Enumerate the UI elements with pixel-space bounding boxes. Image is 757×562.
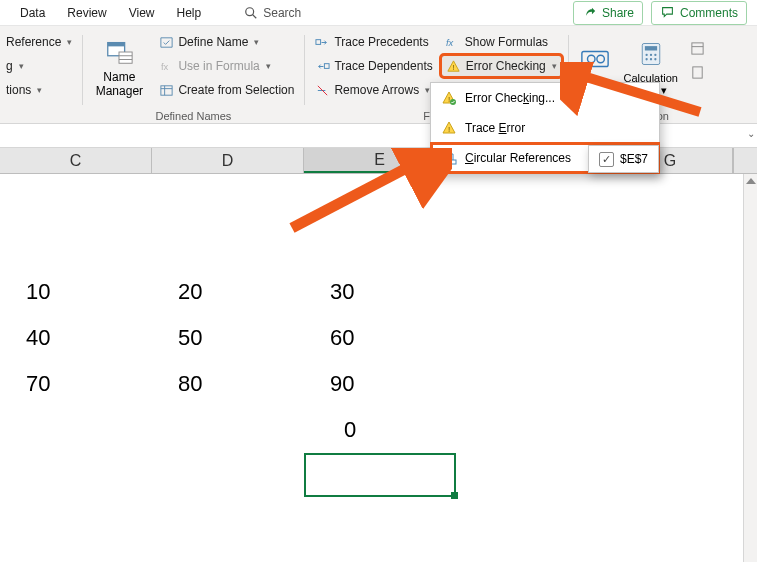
define-name-icon <box>158 34 174 50</box>
use-in-formula-icon: fx <box>158 58 174 74</box>
table-row: 10 20 30 <box>0 269 757 315</box>
svg-rect-28 <box>693 66 702 77</box>
trace-dependents-label: Trace Dependents <box>334 59 432 73</box>
tab-view[interactable]: View <box>119 2 165 24</box>
svg-point-22 <box>654 54 656 56</box>
tab-review[interactable]: Review <box>57 2 116 24</box>
svg-rect-8 <box>161 85 172 94</box>
cell[interactable]: 70 <box>0 361 152 407</box>
lookup-reference-label: Reference <box>6 35 61 49</box>
name-manager-button[interactable]: Name Manager <box>88 31 150 103</box>
svg-rect-4 <box>119 52 132 63</box>
cell[interactable]: 40 <box>0 315 152 361</box>
more-functions-button[interactable]: tions▾ <box>2 79 76 101</box>
comments-icon <box>660 5 676 21</box>
calc-now-icon <box>690 40 706 56</box>
error-checking-button[interactable]: ! Error Checking▾ <box>441 55 562 77</box>
checkbox-icon: ✓ <box>599 152 614 167</box>
menu-error-checking-label: Error Checking... <box>465 91 555 105</box>
active-cell-selection <box>304 453 456 497</box>
comments-button[interactable]: Comments <box>651 1 747 25</box>
svg-point-21 <box>650 54 652 56</box>
menu-circular-references-label: Circular References <box>465 151 571 165</box>
cell[interactable]: 90 <box>304 361 456 407</box>
use-in-formula-label: Use in Formula <box>178 59 259 73</box>
scroll-up-icon[interactable] <box>746 178 756 184</box>
cell[interactable]: 30 <box>304 269 456 315</box>
calc-sheet-button[interactable] <box>686 61 710 83</box>
use-in-formula-button: fx Use in Formula▾ <box>154 55 298 77</box>
create-from-selection-label: Create from Selection <box>178 83 294 97</box>
svg-rect-26 <box>692 42 703 53</box>
remove-arrows-button[interactable]: Remove Arrows▾ <box>310 79 436 101</box>
cell[interactable]: 10 <box>0 269 152 315</box>
show-formulas-button[interactable]: fx Show Formulas <box>441 31 562 53</box>
header-gutter <box>733 148 747 173</box>
svg-text:!: ! <box>448 95 450 104</box>
search-icon <box>243 5 259 21</box>
cell[interactable] <box>0 407 152 453</box>
show-formulas-icon: fx <box>445 34 461 50</box>
name-manager-icon <box>103 36 135 68</box>
group-defined-names: Name Manager Define Name▾ fx Use in Form… <box>82 29 304 123</box>
math-trig-label: g <box>6 59 13 73</box>
svg-text:fx: fx <box>161 62 169 72</box>
cell[interactable]: 80 <box>152 361 304 407</box>
menu-trace-error[interactable]: ! Trace Error <box>431 113 659 143</box>
flyout-cell-ref[interactable]: $E$7 <box>620 152 648 166</box>
trace-dependents-icon <box>314 58 330 74</box>
chevron-down-icon[interactable]: ⌄ <box>747 128 755 139</box>
table-row: 40 50 60 <box>0 315 757 361</box>
worksheet-grid[interactable]: 10 20 30 40 50 60 70 80 90 0 <box>0 174 757 562</box>
svg-rect-12 <box>324 63 329 68</box>
show-formulas-label: Show Formulas <box>465 35 548 49</box>
math-trig-button[interactable]: g▾ <box>2 55 76 77</box>
svg-point-24 <box>650 58 652 60</box>
svg-rect-3 <box>108 43 125 47</box>
cell[interactable]: 50 <box>152 315 304 361</box>
error-checking-icon: ! <box>446 58 462 74</box>
cell[interactable]: 60 <box>304 315 456 361</box>
tabstrip: Data Review View Help Search Share Comme… <box>0 0 757 26</box>
menu-error-checking[interactable]: ! Error Checking... <box>431 83 659 113</box>
table-row: 0 <box>0 407 757 453</box>
svg-point-16 <box>587 56 595 64</box>
calc-now-button[interactable] <box>686 37 710 59</box>
remove-arrows-label: Remove Arrows <box>334 83 419 97</box>
svg-point-0 <box>246 7 254 15</box>
col-header-c[interactable]: C <box>0 148 152 173</box>
defined-names-group-label: Defined Names <box>88 108 298 122</box>
circular-references-flyout: ✓ $E$7 <box>588 145 659 173</box>
col-header-d[interactable]: D <box>152 148 304 173</box>
group-lookup: Reference▾ g▾ tions▾ <box>0 29 82 123</box>
share-label: Share <box>602 6 634 20</box>
tell-me-search[interactable]: Search <box>243 5 301 21</box>
cell[interactable] <box>152 407 304 453</box>
svg-rect-19 <box>645 46 657 50</box>
svg-point-23 <box>645 58 647 60</box>
svg-point-25 <box>654 58 656 60</box>
cell[interactable]: 20 <box>152 269 304 315</box>
cell[interactable]: 0 <box>304 407 456 453</box>
lookup-reference-button[interactable]: Reference▾ <box>2 31 76 53</box>
vertical-scrollbar[interactable] <box>743 174 757 562</box>
trace-precedents-button[interactable]: Trace Precedents <box>310 31 436 53</box>
define-name-button[interactable]: Define Name▾ <box>154 31 298 53</box>
share-button[interactable]: Share <box>573 1 643 25</box>
trace-dependents-button[interactable]: Trace Dependents <box>310 55 436 77</box>
svg-point-17 <box>597 56 605 64</box>
create-from-selection-button[interactable]: Create from Selection <box>154 79 298 101</box>
tab-data[interactable]: Data <box>10 2 55 24</box>
menu-trace-error-label: Trace Error <box>465 121 525 135</box>
remove-arrows-icon <box>314 82 330 98</box>
svg-rect-32 <box>442 152 447 156</box>
more-functions-label: tions <box>6 83 31 97</box>
tab-help[interactable]: Help <box>167 2 212 24</box>
calculation-options-icon <box>635 38 667 70</box>
circular-references-icon <box>441 150 457 166</box>
share-icon <box>582 5 598 21</box>
table-row: 70 80 90 <box>0 361 757 407</box>
watch-window-icon <box>579 43 611 75</box>
warning-triangle-icon: ! <box>441 120 457 136</box>
trace-precedents-icon <box>314 34 330 50</box>
